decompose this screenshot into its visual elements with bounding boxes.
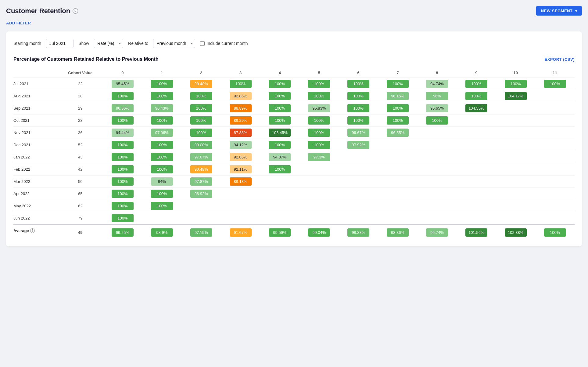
title-help-icon[interactable]: ? [73, 8, 78, 14]
retention-table: Cohort Value 0 1 2 3 4 5 6 7 8 9 10 11 [13, 68, 575, 239]
cell-col-11: 100% [535, 78, 575, 90]
cell-col-11 [535, 163, 575, 176]
cohort-value: 79 [58, 212, 103, 225]
footer-cell-11: 100% [535, 224, 575, 239]
cell-col-1: 100% [142, 139, 181, 151]
cell-col-8: 94.74% [417, 78, 457, 90]
footer-cell-2: 97.15% [181, 224, 221, 239]
cell-col-7: 96.55% [378, 127, 418, 139]
cell-col-2: 100% [181, 127, 221, 139]
average-help-icon[interactable]: ? [30, 228, 35, 233]
footer-cell-9: 101.56% [457, 224, 496, 239]
cell-col-10: 100% [496, 78, 535, 90]
cell-col-9 [457, 151, 496, 163]
footer-cell-7: 98.36% [378, 224, 418, 239]
row-label: Oct 2021 [13, 114, 58, 127]
cell-col-9: 100% [457, 78, 496, 90]
cell-col-9: 104.55% [457, 102, 496, 114]
cell-col-11 [535, 127, 575, 139]
starting-month-input[interactable] [46, 39, 74, 48]
col-header-2: 2 [181, 68, 221, 78]
footer-cell-1: 98.9% [142, 224, 181, 239]
col-header-9: 9 [457, 68, 496, 78]
cohort-value: 29 [58, 102, 103, 114]
cell-col-6: 100% [339, 114, 378, 127]
cohort-value: 62 [58, 200, 103, 212]
new-segment-button[interactable]: NEW SEGMENT ▾ [536, 6, 582, 16]
cell-col-9 [457, 188, 496, 200]
cell-col-8 [417, 151, 457, 163]
include-current-label[interactable]: Include current month [200, 41, 248, 46]
row-label: Nov 2021 [13, 127, 58, 139]
col-header-month [13, 68, 58, 78]
cell-col-11 [535, 114, 575, 127]
col-header-8: 8 [417, 68, 457, 78]
cell-col-2: 97.87% [181, 176, 221, 188]
cell-col-1: 100% [142, 151, 181, 163]
cell-col-2: 90.48% [181, 163, 221, 176]
table-row: Dec 202152100%100%98.08%94.12%100%100%97… [13, 139, 575, 151]
cell-col-5: 100% [299, 90, 339, 102]
cell-col-6: 100% [339, 102, 378, 114]
cell-col-4: 100% [260, 90, 299, 102]
row-label: Jul 2021 [13, 78, 58, 90]
cell-col-4: 100% [260, 163, 299, 176]
cell-col-6: 97.92% [339, 139, 378, 151]
cell-col-0: 100% [103, 188, 142, 200]
cohort-value: 36 [58, 127, 103, 139]
cell-col-6 [339, 200, 378, 212]
show-select[interactable]: Rate (%) [94, 39, 123, 48]
cell-col-1: 94% [142, 176, 181, 188]
page-title: Customer Retention ? [6, 7, 78, 15]
cell-col-8 [417, 163, 457, 176]
row-label: May 2022 [13, 200, 58, 212]
cell-col-9 [457, 127, 496, 139]
cell-col-0: 100% [103, 200, 142, 212]
cell-col-3: 92.11% [221, 163, 260, 176]
cell-col-1: 97.06% [142, 127, 181, 139]
cell-col-7 [378, 200, 418, 212]
col-header-6: 6 [339, 68, 378, 78]
cell-col-7: 100% [378, 78, 418, 90]
cell-col-4 [260, 212, 299, 225]
row-label: Jan 2022 [13, 151, 58, 163]
cell-col-4: 100% [260, 139, 299, 151]
add-filter-link[interactable]: ADD FILTER [6, 21, 31, 25]
cell-col-8 [417, 127, 457, 139]
cell-col-1: 100% [142, 90, 181, 102]
cell-col-3: 89.29% [221, 114, 260, 127]
include-current-checkbox[interactable] [200, 41, 205, 46]
table-row: Feb 202242100%100%90.48%92.11%100% [13, 163, 575, 176]
export-csv-link[interactable]: EXPORT (CSV) [545, 57, 575, 62]
col-header-4: 4 [260, 68, 299, 78]
cell-col-8: 96% [417, 90, 457, 102]
retention-table-container: Cohort Value 0 1 2 3 4 5 6 7 8 9 10 11 [13, 68, 575, 239]
cell-col-0: 100% [103, 151, 142, 163]
controls-bar: Starting month Show Rate (%) Relative to… [13, 39, 575, 48]
cell-col-8: 95.65% [417, 102, 457, 114]
cell-col-11 [535, 176, 575, 188]
table-row: Jan 202243100%100%97.67%92.86%94.87%97.3… [13, 151, 575, 163]
cell-col-5 [299, 212, 339, 225]
cell-col-7: 96.15% [378, 90, 418, 102]
cell-col-9: 100% [457, 90, 496, 102]
cell-col-6 [339, 176, 378, 188]
cell-col-4: 100% [260, 114, 299, 127]
cell-col-4 [260, 176, 299, 188]
show-label: Show [78, 41, 89, 46]
cell-col-5: 100% [299, 114, 339, 127]
relative-to-select[interactable]: Previous month [153, 39, 195, 48]
cell-col-7 [378, 151, 418, 163]
cell-col-11 [535, 188, 575, 200]
cell-col-2: 97.67% [181, 151, 221, 163]
table-row: Jun 202279100% [13, 212, 575, 225]
cell-col-5 [299, 176, 339, 188]
cell-col-3: 89.13% [221, 176, 260, 188]
cell-col-10 [496, 102, 535, 114]
cell-col-0: 100% [103, 212, 142, 225]
chevron-down-icon: ▾ [575, 9, 577, 13]
cell-col-5 [299, 188, 339, 200]
cell-col-9 [457, 176, 496, 188]
cell-col-4 [260, 188, 299, 200]
table-row: May 202262100%100% [13, 200, 575, 212]
